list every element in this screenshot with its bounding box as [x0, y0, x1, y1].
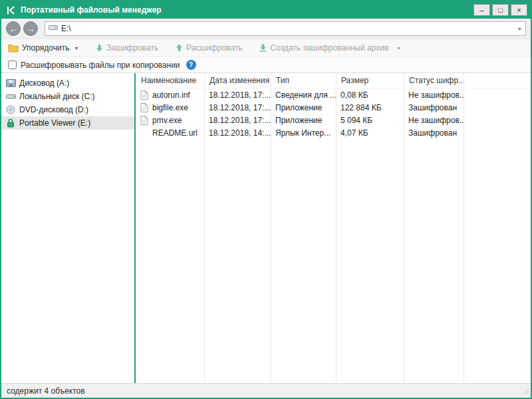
archive-arrow-icon: [259, 44, 267, 52]
create-encrypted-archive-button[interactable]: Создать зашифрованный архив: [259, 43, 388, 53]
dvd-drive-icon: [5, 105, 17, 114]
address-bar[interactable]: E:\ ▼: [45, 21, 526, 36]
file-type-cell: Приложение: [271, 103, 336, 112]
sidebar-item-drive-c[interactable]: Локальный диск (C:): [1, 90, 134, 103]
setup-info-file-icon: [140, 90, 149, 100]
file-size-cell: 122 884 КБ: [336, 103, 404, 112]
file-list-header: Наименование Дата изменения Тип Размер С…: [136, 73, 531, 88]
application-file-icon: [140, 115, 149, 125]
file-status-cell: Зашифрован: [404, 103, 464, 112]
forward-button[interactable]: →: [23, 21, 38, 36]
file-name: autorun.inf: [152, 90, 190, 100]
archive-caret-button[interactable]: ▼: [396, 46, 401, 51]
column-header-date-modified[interactable]: Дата изменения: [204, 76, 271, 85]
file-status-cell: Не зашифров...: [404, 90, 464, 100]
folder-icon: [8, 44, 19, 53]
close-button[interactable]: ×: [511, 4, 527, 16]
file-date-cell: 18.12.2018, 17:...: [204, 116, 271, 125]
status-text: содержит 4 объектов: [7, 386, 85, 396]
sidebar-item-drive-d[interactable]: DVD-дисковод (D:): [1, 103, 134, 116]
file-type-cell: Ярлык Интер...: [271, 128, 336, 138]
file-row-pmv-exe[interactable]: pmv.exe 18.12.2018, 17:... Приложение 5 …: [136, 114, 531, 126]
encrypted-drive-lock-icon: [5, 118, 17, 128]
main-area: Дисковод (A:) Локальный диск (C:) DVD-ди…: [1, 73, 531, 383]
window-controls: – □ ×: [471, 4, 527, 16]
file-name: pmv.exe: [152, 116, 182, 125]
minimize-button[interactable]: –: [473, 4, 490, 16]
navigation-bar: ← → E:\ ▼: [1, 19, 531, 39]
column-header-encryption-status[interactable]: Статус шифр...: [404, 76, 464, 85]
floppy-drive-icon: [5, 79, 17, 87]
organize-label: Упорядочить: [22, 43, 69, 53]
file-date-cell: 18.12.2018, 14:...: [204, 128, 271, 138]
file-row-bigfile-exe[interactable]: bigfile.exe 18.12.2018, 17:... Приложени…: [136, 101, 531, 114]
decrypt-button[interactable]: Расшифровать: [176, 43, 242, 53]
file-list-pane: Наименование Дата изменения Тип Размер С…: [136, 73, 531, 383]
encrypt-button[interactable]: Зашифровать: [96, 43, 158, 53]
toolbar: Упорядочить ▼ Зашифровать Расшифровать С…: [1, 39, 531, 57]
back-button[interactable]: ←: [6, 21, 21, 36]
decrypt-label: Расшифровать: [186, 43, 242, 53]
file-size-cell: 4,07 КБ: [336, 128, 404, 138]
help-info-icon[interactable]: ?: [186, 60, 196, 70]
sidebar-item-label: Portable Viewer (E:): [19, 118, 90, 128]
file-name-cell: pmv.exe: [136, 115, 204, 125]
title-bar: Портативный файловый менеджер – □ ×: [1, 1, 531, 19]
hard-disk-icon: [5, 92, 17, 100]
address-dropdown-button[interactable]: ▼: [514, 22, 525, 35]
file-name-cell: bigfile.exe: [136, 102, 204, 112]
column-header-size[interactable]: Размер: [336, 76, 404, 85]
sidebar-item-label: Локальный диск (C:): [19, 92, 95, 101]
status-bar: содержит 4 объектов: [1, 383, 531, 398]
file-status-cell: Зашифрован: [404, 128, 464, 138]
sidebar-item-drive-e-portable-viewer[interactable]: Portable Viewer (E:): [1, 116, 134, 130]
file-status-cell: Не зашифров...: [404, 116, 464, 125]
archive-label: Создать зашифрованный архив: [270, 43, 388, 53]
kaspersky-logo-icon: [6, 5, 16, 15]
decrypt-arrow-icon: [176, 44, 183, 52]
file-row-readme-url[interactable]: README.url 18.12.2018, 14:... Ярлык Инте…: [136, 126, 531, 139]
portable-file-manager-window: Портативный файловый менеджер – □ × ← → …: [0, 0, 532, 399]
address-text: E:\: [61, 24, 514, 33]
file-date-cell: 18.12.2018, 17:...: [204, 90, 271, 100]
file-name-cell: autorun.inf: [136, 90, 204, 100]
organize-caret-icon: ▼: [74, 46, 78, 51]
file-date-cell: 18.12.2018, 17:...: [204, 103, 271, 112]
sidebar-item-drive-a[interactable]: Дисковод (A:): [1, 76, 134, 90]
file-icon-placeholder: [140, 128, 149, 138]
window-title: Портативный файловый менеджер: [21, 5, 471, 15]
file-row-autorun-inf[interactable]: autorun.inf 18.12.2018, 17:... Сведения …: [136, 88, 531, 101]
decrypt-on-copy-label[interactable]: Расшифровывать файлы при копировании: [21, 61, 180, 70]
maximize-button[interactable]: □: [492, 4, 509, 16]
column-header-type[interactable]: Тип: [271, 76, 336, 85]
column-header-name[interactable]: Наименование: [136, 76, 204, 85]
drive-icon: [49, 24, 58, 33]
sidebar-item-label: Дисковод (A:): [19, 78, 69, 88]
decrypt-on-copy-checkbox[interactable]: [8, 61, 17, 69]
file-size-cell: 5 094 КБ: [336, 116, 404, 125]
file-name-cell: README.url: [136, 128, 204, 138]
organize-button[interactable]: Упорядочить ▼: [8, 43, 78, 53]
file-size-cell: 0,08 КБ: [336, 90, 404, 100]
file-type-cell: Приложение: [271, 116, 336, 125]
drive-tree-sidebar: Дисковод (A:) Локальный диск (C:) DVD-ди…: [1, 73, 134, 383]
options-bar: Расшифровывать файлы при копировании ?: [1, 57, 531, 73]
file-name: bigfile.exe: [152, 103, 188, 112]
sidebar-item-label: DVD-дисковод (D:): [19, 105, 88, 114]
file-name: README.url: [152, 128, 198, 138]
file-type-cell: Сведения для ...: [271, 90, 336, 100]
resize-grip[interactable]: [522, 387, 530, 397]
application-file-icon: [140, 102, 149, 112]
encrypt-label: Зашифровать: [106, 43, 158, 53]
encrypt-arrow-icon: [96, 44, 103, 52]
